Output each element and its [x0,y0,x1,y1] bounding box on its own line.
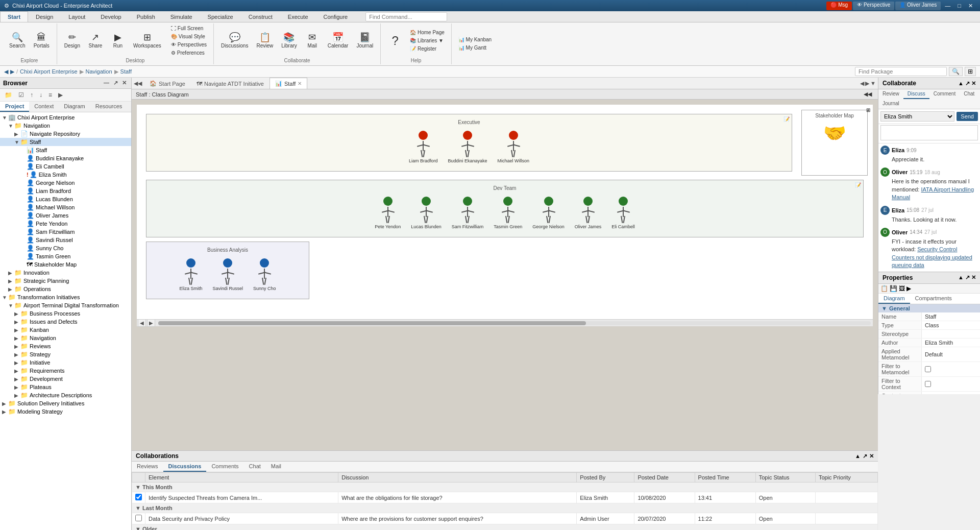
breadcrumb-chixi[interactable]: Chixi Airport Enterprise [20,68,78,75]
collab-tab-reviews[interactable]: Reviews [132,462,163,472]
table-row[interactable]: Data Security and Privacy Policy Where a… [132,513,878,524]
tree-item-tasmin[interactable]: ▶ 👤 Tasmin Green [0,252,131,260]
person-pete[interactable]: Pete Yendon [375,197,401,229]
prop-toolbar-image-icon[interactable]: 🖼 [899,285,905,292]
preferences-button[interactable]: ⚙ Preferences [168,49,209,57]
ribbon-tab-simulate[interactable]: Simulate [163,11,200,22]
toggle-solution-delivery[interactable]: ▶ [2,401,8,406]
tree-expand-btn[interactable]: ▶ [56,90,65,100]
workspaces-button[interactable]: ⊞ Workspaces [130,31,164,51]
ribbon-tab-publish[interactable]: Publish [129,11,163,22]
toggle-biz[interactable]: ▶ [14,311,20,317]
diagram-scrolltrack-h[interactable] [158,321,871,325]
iata-manual-link[interactable]: IATA Airport Handling Manual [892,186,974,200]
collaborate-subtab-discuss[interactable]: Discuss [903,89,929,99]
col-posted-time[interactable]: Posted Time [695,473,755,483]
collaborate-collapse-btn[interactable]: ▲ [958,80,964,87]
collaborate-subtab-review[interactable]: Review [878,89,903,99]
tree-item-sam[interactable]: ▶ 👤 Sam Fitzwilliam [0,228,131,236]
run-button[interactable]: ▶ Run [108,31,128,51]
diagram-scroll-right-btn[interactable]: ▶ [865,80,869,87]
browser-float-btn[interactable]: ↗ [112,79,119,87]
stakeholder-expand-icon[interactable]: ⊞ [866,107,870,113]
tree-item-nav-repo[interactable]: ▶ 📄 Navigate Repository [0,130,131,138]
libraries-button[interactable]: 📚 Libraries ▼ [407,37,447,44]
properties-collapse-btn[interactable]: ▲ [958,274,964,281]
row2-checkbox[interactable] [135,515,142,521]
msg-badge[interactable]: 🔴 Msg [826,2,852,10]
toggle-innovation[interactable]: ▶ [8,270,14,276]
diagram-hscrollbar[interactable]: ◀ ▶ [137,319,873,326]
toggle-reviews[interactable]: ▶ [14,344,20,349]
properties-tab-diagram[interactable]: Diagram [878,294,910,304]
calendar-button[interactable]: 📅 Calendar [325,31,352,51]
toggle-plateaus[interactable]: ▶ [14,384,20,390]
review-button[interactable]: 📋 Review [253,31,276,51]
tree-item-plateaus[interactable]: ▶ 📁 Plateaus [0,383,131,391]
tree-item-strategy[interactable]: ▶ 📁 Strategy [0,350,131,358]
visualstyle-button[interactable]: 🎨 Visual Style [168,33,209,40]
tree-options-btn[interactable]: ≡ [46,90,55,100]
tree-item-pete[interactable]: ▶ 👤 Pete Yendon [0,220,131,228]
ribbon-tab-start[interactable]: Start [0,11,28,22]
breadcrumb-navigation[interactable]: Navigation [86,68,112,75]
ribbon-tab-specialize[interactable]: Specialize [200,11,241,22]
tree-item-modeling-strategy[interactable]: ▶ 📁 Modeling Strategy [0,407,131,416]
person-sunny-diag[interactable]: Sunny Cho [253,258,276,291]
tree-item-michael[interactable]: ▶ 👤 Michael Willson [0,203,131,211]
tree-item-george[interactable]: ▶ 👤 George Nielson [0,179,131,187]
collaborate-user-select[interactable]: Eliza Smith [880,111,954,122]
person-savindi-diag[interactable]: Savindi Russel [212,258,243,291]
col-topic-status[interactable]: Topic Status [755,473,815,483]
collab-collapse-btn[interactable]: ▲ [855,453,861,460]
col-posted-date[interactable]: Posted Date [634,473,695,483]
send-btn[interactable]: Send [957,112,978,121]
tree-item-eliza[interactable]: ▶ ! 👤 Eliza Smith [0,171,131,179]
tree-item-staff-diagram[interactable]: ▶ 📊 Staff [0,146,131,154]
prop-toolbar-save-icon[interactable]: 💾 [890,285,897,292]
portals-button[interactable]: 🏛 Portals [31,31,53,51]
toggle-operations[interactable]: ▶ [8,286,14,292]
tree-item-operations[interactable]: ▶ 📁 Operations [0,285,131,293]
tree-item-stakeholder-map[interactable]: ▶ 🗺 Stakeholder Map [0,260,131,269]
browser-close-btn[interactable]: ✕ [120,79,128,87]
tree-item-strategic-planning[interactable]: ▶ 📁 Strategic Planning [0,277,131,285]
tab-nav-collapse-btn[interactable]: ◀◀ [132,79,144,88]
collaborate-subtab-comment[interactable]: Comment [929,89,960,99]
person-eliza-diag[interactable]: Eliza Smith [179,258,202,291]
tree-item-initiative[interactable]: ▶ 📁 Initiative [0,358,131,367]
perspective-btn[interactable]: 👁 Perspective [853,2,894,10]
perspectives-button[interactable]: 👁 Perspectives [168,41,209,49]
tree-item-arch-desc[interactable]: ▶ 📁 Architecture Descriptions [0,391,131,399]
person-sam[interactable]: Sam Fitzwilliam [452,197,484,229]
collaborate-message-input[interactable] [880,125,978,140]
tree-item-atdt[interactable]: ▼ 📁 Airport Terminal Digital Transformat… [0,301,131,309]
tree-item-solution-delivery[interactable]: ▶ 📁 Solution Delivery Initiatives [0,399,131,407]
tree-item-nav2[interactable]: ▶ 📁 Navigation [0,334,131,342]
tree-item-liam[interactable]: ▶ 👤 Liam Bradford [0,187,131,195]
person-eli-diag[interactable]: Eli Cambell [611,197,635,229]
toggle-kanban[interactable]: ▶ [14,327,20,333]
toggle-strategy[interactable]: ▶ [14,352,20,357]
folder-new-btn[interactable]: 📁 [2,90,15,100]
col-posted-by[interactable]: Posted By [577,473,634,483]
mail-button[interactable]: ✉ Mail [302,31,323,51]
close-btn[interactable]: ✕ [965,2,976,10]
person-lucas[interactable]: Lucas Blunden [411,197,442,229]
table-row[interactable]: Identify Suspected Threats from Camera I… [132,492,878,503]
design-button[interactable]: ✏ Design [61,31,83,51]
toggle-atdt[interactable]: ▼ [8,303,14,308]
collaborate-close-btn[interactable]: ✕ [971,80,976,87]
fullscreen-button[interactable]: ⛶ Full Screen [168,25,209,32]
tree-item-oliver[interactable]: ▶ 👤 Oliver James [0,211,131,220]
person-michael[interactable]: Michael Willson [498,131,530,163]
collab-tab-comments[interactable]: Comments [206,462,243,472]
toggle-modeling-strategy[interactable]: ▶ [2,409,8,415]
tree-item-sunny[interactable]: ▶ 👤 Sunny Cho [0,244,131,252]
prop-filter-metamodel-checkbox[interactable] [925,366,931,372]
person-buddini[interactable]: Buddini Ekanayake [448,131,487,163]
tree-item-requirements[interactable]: ▶ 📁 Requirements [0,367,131,375]
browser-tab-context[interactable]: Context [29,102,59,112]
prop-filter-context-checkbox[interactable] [925,381,931,387]
ribbon-tab-design[interactable]: Design [28,11,61,22]
